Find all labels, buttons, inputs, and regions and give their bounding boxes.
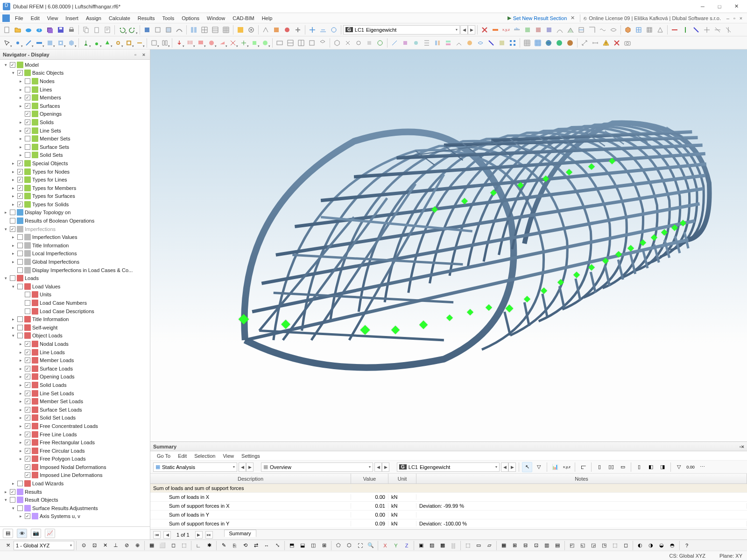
tree-checkbox[interactable] <box>25 300 30 306</box>
tree-checkbox[interactable] <box>10 497 15 503</box>
menu-window[interactable]: Window <box>203 14 229 22</box>
hinge-2-icon[interactable]: ▾ <box>124 38 134 48</box>
tree-node[interactable]: ▸Local Imperfections <box>0 250 150 258</box>
tree-node[interactable]: ▸Line Sets <box>0 126 150 135</box>
tree-node[interactable]: ▸Solid Set Loads <box>0 414 150 422</box>
paste-icon[interactable] <box>92 25 102 35</box>
nav-results-tab-icon[interactable]: 📈 <box>45 529 55 538</box>
sum-lc-prev-button[interactable]: ◀ <box>501 462 508 472</box>
expand-icon[interactable]: ▸ <box>10 161 16 166</box>
support-2-icon[interactable]: ▾ <box>92 38 102 48</box>
st-view-3-icon[interactable]: ◫ <box>308 540 318 551</box>
sum-col-3-icon[interactable]: ▭ <box>618 462 628 472</box>
result-diagram-9-icon[interactable] <box>598 25 608 35</box>
expand-icon[interactable]: ▸ <box>18 79 23 84</box>
mesh-3-icon[interactable] <box>655 25 665 35</box>
load-5-icon[interactable]: ▾ <box>217 38 227 48</box>
tree-node[interactable]: ▸Types for Surfaces <box>0 192 150 201</box>
tree-checkbox[interactable] <box>17 259 23 265</box>
globe-3-icon[interactable] <box>565 38 575 48</box>
st-sel-5-icon[interactable]: ⬚ <box>610 540 620 551</box>
cloud-open-icon[interactable] <box>23 25 34 35</box>
surface-tool-icon[interactable]: ▾ <box>45 38 55 48</box>
menu-view[interactable]: View <box>43 14 62 22</box>
st-grid-5-icon[interactable]: ▥ <box>542 540 552 551</box>
tree-node[interactable]: ▸Self-weight <box>0 323 150 332</box>
misc-6-icon[interactable] <box>443 38 453 48</box>
grid-display-icon[interactable] <box>522 38 532 48</box>
open-file-icon[interactable] <box>13 25 23 35</box>
mdi-restore-button[interactable]: ▫ <box>731 15 738 21</box>
mdi-minimize-button[interactable]: – <box>725 15 731 21</box>
tree-node[interactable]: ▸Surface Set Loads <box>0 406 150 414</box>
move-icon[interactable] <box>307 25 317 35</box>
load-6-icon[interactable]: ▾ <box>228 38 238 48</box>
snap-icon[interactable] <box>329 25 339 35</box>
menu-cad-bim[interactable]: CAD-BIM <box>229 14 258 22</box>
st-sel-6-icon[interactable]: ◻ <box>620 540 631 551</box>
menu-calculate[interactable]: Calculate <box>105 14 134 22</box>
tree-checkbox[interactable] <box>10 210 15 215</box>
tree-node[interactable]: ▸Special Objects <box>0 159 150 168</box>
tree-node[interactable]: ▾Model <box>0 61 150 69</box>
load-2-icon[interactable]: ▾ <box>185 38 195 48</box>
expand-icon[interactable]: ▸ <box>18 342 23 346</box>
menu-edit[interactable]: Edit <box>27 14 43 22</box>
misc-7-icon[interactable] <box>454 38 464 48</box>
load-cases-icon[interactable] <box>235 25 246 35</box>
collapse-icon[interactable]: ▾ <box>10 70 16 75</box>
navigator-pin-icon[interactable]: ▫ <box>132 52 139 57</box>
collapse-icon[interactable]: ▾ <box>10 284 16 289</box>
collapse-icon[interactable]: ▾ <box>3 497 8 502</box>
loadcase-next-button[interactable]: ▶ <box>468 25 475 35</box>
expand-icon[interactable]: ▸ <box>10 169 16 174</box>
tree-checkbox[interactable] <box>25 308 30 314</box>
misc-11-icon[interactable] <box>497 38 507 48</box>
set-1-icon[interactable]: ▾ <box>149 38 159 48</box>
tree-checkbox[interactable] <box>25 292 30 297</box>
opening-tool-icon[interactable]: ▾ <box>56 38 66 48</box>
sum-diagram-icon[interactable]: 📊 <box>550 462 560 472</box>
view-tool-4-icon[interactable] <box>307 38 317 48</box>
misc-4-icon[interactable] <box>422 38 432 48</box>
summary-overview-combo[interactable]: ▦ Overview ▾ <box>261 462 373 472</box>
load-9-icon[interactable]: ▾ <box>260 38 270 48</box>
misc-1-icon[interactable] <box>389 38 400 48</box>
results-toggle-icon[interactable] <box>490 25 500 35</box>
tree-node[interactable]: ▸Types for Members <box>0 184 150 192</box>
cloud-save-icon[interactable] <box>34 25 44 35</box>
st-help-icon[interactable]: ? <box>682 540 692 551</box>
expand-icon[interactable]: ▸ <box>18 128 23 133</box>
tree-node[interactable]: ▸Opening Loads <box>0 373 150 381</box>
polar-icon[interactable]: ✱ <box>204 540 214 551</box>
menu-help[interactable]: Help <box>258 14 276 22</box>
model-viewport[interactable] <box>150 49 747 441</box>
load-3-icon[interactable]: ▾ <box>196 38 206 48</box>
tree-node[interactable]: ▸Solids <box>0 118 150 126</box>
st-grid-6-icon[interactable]: ▤ <box>552 540 563 551</box>
load-7-icon[interactable]: ▾ <box>239 38 249 48</box>
deformation-icon[interactable] <box>174 25 184 35</box>
camera-icon[interactable] <box>622 38 633 48</box>
st-zoom-fit-icon[interactable]: ⛶ <box>355 540 365 551</box>
st-edit-4-icon[interactable]: ⇄ <box>251 540 261 551</box>
expand-icon[interactable]: ▸ <box>18 350 23 355</box>
warning-icon[interactable] <box>601 38 611 48</box>
page-prev-button[interactable]: ◀ <box>163 531 171 539</box>
summary-menu-edit[interactable]: Edit <box>175 453 190 459</box>
tree-node[interactable]: ▸Axis Systems u, v <box>0 512 150 521</box>
tree-checkbox[interactable] <box>17 169 23 175</box>
view-tool-5-icon[interactable] <box>317 38 328 48</box>
tree-checkbox[interactable] <box>10 218 15 224</box>
clip-2-icon[interactable] <box>343 38 353 48</box>
tree-checkbox[interactable] <box>25 423 30 429</box>
tree-node[interactable]: ▾Load Values <box>0 282 150 291</box>
tree-node[interactable]: ▸Free Circular Loads <box>0 447 150 455</box>
menu-file[interactable]: File <box>11 14 27 22</box>
set-2-icon[interactable]: ▾ <box>160 38 170 48</box>
st-edit-2-icon[interactable]: ⎘ <box>229 540 240 551</box>
sum-decimals-icon[interactable]: 0.00 <box>685 462 696 472</box>
tree-checkbox[interactable] <box>25 472 30 478</box>
tree-node[interactable]: ▸Surface Loads <box>0 364 150 373</box>
st-render-3-icon[interactable]: ▩ <box>437 540 448 551</box>
